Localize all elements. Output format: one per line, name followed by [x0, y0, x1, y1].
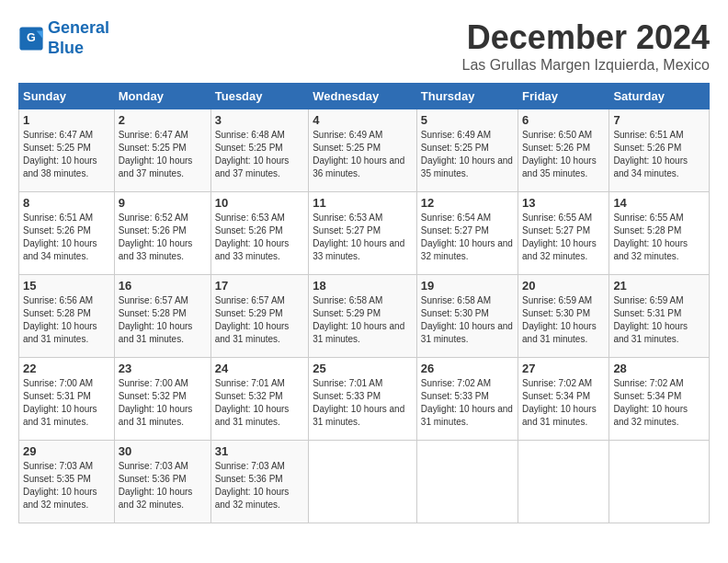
day-number: 26: [421, 362, 514, 375]
weekday-header-saturday: Saturday: [609, 84, 710, 109]
day-number: 9: [119, 196, 207, 210]
day-info: Sunrise: 7:03 AM Sunset: 5:36 PM Dayligh…: [119, 460, 207, 511]
calendar-cell-5-1: 29 Sunrise: 7:03 AM Sunset: 5:35 PM Dayl…: [19, 441, 115, 523]
day-info: Sunrise: 6:57 AM Sunset: 5:29 PM Dayligh…: [215, 294, 304, 346]
day-number: 4: [313, 113, 413, 127]
calendar-week-5: 29 Sunrise: 7:03 AM Sunset: 5:35 PM Dayl…: [19, 441, 710, 523]
calendar-cell-1-7: 7 Sunrise: 6:51 AM Sunset: 5:26 PM Dayli…: [609, 109, 710, 192]
svg-text:G: G: [27, 30, 36, 43]
calendar-cell-5-6: [518, 441, 609, 523]
day-number: 11: [313, 196, 413, 210]
day-info: Sunrise: 7:01 AM Sunset: 5:33 PM Dayligh…: [313, 377, 413, 429]
day-number: 15: [23, 279, 110, 293]
day-number: 16: [119, 279, 207, 293]
calendar-cell-2-2: 9 Sunrise: 6:52 AM Sunset: 5:26 PM Dayli…: [114, 192, 210, 275]
day-info: Sunrise: 6:47 AM Sunset: 5:25 PM Dayligh…: [119, 129, 207, 180]
day-number: 30: [119, 444, 207, 458]
day-info: Sunrise: 7:03 AM Sunset: 5:36 PM Dayligh…: [215, 460, 304, 511]
calendar-week-4: 22 Sunrise: 7:00 AM Sunset: 5:31 PM Dayl…: [19, 358, 710, 441]
calendar-cell-5-3: 31 Sunrise: 7:03 AM Sunset: 5:36 PM Dayl…: [210, 441, 308, 523]
day-info: Sunrise: 6:55 AM Sunset: 5:28 PM Dayligh…: [613, 212, 705, 263]
calendar-cell-2-7: 14 Sunrise: 6:55 AM Sunset: 5:28 PM Dayl…: [609, 192, 710, 275]
calendar-cell-3-4: 18 Sunrise: 6:58 AM Sunset: 5:29 PM Dayl…: [309, 275, 417, 358]
day-number: 13: [522, 196, 605, 210]
calendar-table: SundayMondayTuesdayWednesdayThursdayFrid…: [18, 83, 710, 523]
day-number: 10: [215, 196, 304, 210]
day-number: 8: [23, 196, 110, 210]
day-info: Sunrise: 7:01 AM Sunset: 5:32 PM Dayligh…: [215, 377, 304, 429]
day-number: 23: [119, 362, 207, 375]
calendar-cell-3-7: 21 Sunrise: 6:59 AM Sunset: 5:31 PM Dayl…: [609, 275, 710, 358]
calendar-cell-2-3: 10 Sunrise: 6:53 AM Sunset: 5:26 PM Dayl…: [210, 192, 308, 275]
location-subtitle: Las Grullas Margen Izquierda, Mexico: [462, 57, 710, 74]
day-number: 18: [313, 279, 413, 293]
day-info: Sunrise: 6:54 AM Sunset: 5:27 PM Dayligh…: [421, 212, 514, 263]
weekday-header-thursday: Thursday: [416, 84, 518, 109]
day-info: Sunrise: 6:58 AM Sunset: 5:29 PM Dayligh…: [313, 294, 413, 346]
day-number: 3: [215, 113, 304, 127]
weekday-header-sunday: Sunday: [19, 84, 115, 109]
day-info: Sunrise: 7:02 AM Sunset: 5:34 PM Dayligh…: [613, 377, 705, 429]
day-info: Sunrise: 6:49 AM Sunset: 5:25 PM Dayligh…: [313, 129, 413, 180]
day-number: 12: [421, 196, 514, 210]
day-number: 24: [215, 362, 304, 375]
day-info: Sunrise: 7:00 AM Sunset: 5:31 PM Dayligh…: [23, 377, 110, 429]
calendar-cell-1-1: 1 Sunrise: 6:47 AM Sunset: 5:25 PM Dayli…: [19, 109, 115, 192]
calendar-cell-2-4: 11 Sunrise: 6:53 AM Sunset: 5:27 PM Dayl…: [309, 192, 417, 275]
day-info: Sunrise: 6:55 AM Sunset: 5:27 PM Dayligh…: [522, 212, 605, 263]
day-number: 22: [23, 362, 110, 375]
day-info: Sunrise: 6:47 AM Sunset: 5:25 PM Dayligh…: [23, 129, 110, 180]
day-number: 29: [23, 444, 110, 458]
calendar-cell-5-7: [609, 441, 710, 523]
day-info: Sunrise: 6:50 AM Sunset: 5:26 PM Dayligh…: [522, 129, 605, 180]
day-number: 27: [522, 362, 605, 375]
calendar-cell-4-1: 22 Sunrise: 7:00 AM Sunset: 5:31 PM Dayl…: [19, 358, 115, 441]
calendar-cell-5-5: [416, 441, 518, 523]
day-info: Sunrise: 7:00 AM Sunset: 5:32 PM Dayligh…: [119, 377, 207, 429]
day-number: 1: [23, 113, 110, 127]
day-info: Sunrise: 6:51 AM Sunset: 5:26 PM Dayligh…: [613, 129, 705, 180]
calendar-cell-4-5: 26 Sunrise: 7:02 AM Sunset: 5:33 PM Dayl…: [416, 358, 518, 441]
calendar-cell-1-5: 5 Sunrise: 6:49 AM Sunset: 5:25 PM Dayli…: [416, 109, 518, 192]
logo-general: General: [48, 18, 109, 37]
calendar-cell-4-2: 23 Sunrise: 7:00 AM Sunset: 5:32 PM Dayl…: [114, 358, 210, 441]
header: G General Blue December 2024 Las Grullas…: [18, 18, 710, 74]
calendar-cell-4-4: 25 Sunrise: 7:01 AM Sunset: 5:33 PM Dayl…: [309, 358, 417, 441]
day-number: 21: [613, 279, 705, 293]
day-number: 20: [522, 279, 605, 293]
day-info: Sunrise: 6:59 AM Sunset: 5:31 PM Dayligh…: [613, 294, 705, 346]
calendar-cell-5-2: 30 Sunrise: 7:03 AM Sunset: 5:36 PM Dayl…: [114, 441, 210, 523]
day-info: Sunrise: 7:02 AM Sunset: 5:33 PM Dayligh…: [421, 377, 514, 429]
calendar-cell-3-2: 16 Sunrise: 6:57 AM Sunset: 5:28 PM Dayl…: [114, 275, 210, 358]
day-info: Sunrise: 7:03 AM Sunset: 5:35 PM Dayligh…: [23, 460, 110, 511]
calendar-cell-5-4: [309, 441, 417, 523]
weekday-header-row: SundayMondayTuesdayWednesdayThursdayFrid…: [19, 84, 710, 109]
day-info: Sunrise: 6:52 AM Sunset: 5:26 PM Dayligh…: [119, 212, 207, 263]
calendar-cell-1-3: 3 Sunrise: 6:48 AM Sunset: 5:25 PM Dayli…: [210, 109, 308, 192]
day-info: Sunrise: 6:53 AM Sunset: 5:26 PM Dayligh…: [215, 212, 304, 263]
day-info: Sunrise: 6:59 AM Sunset: 5:30 PM Dayligh…: [522, 294, 605, 346]
weekday-header-wednesday: Wednesday: [309, 84, 417, 109]
day-number: 5: [421, 113, 514, 127]
calendar-cell-4-3: 24 Sunrise: 7:01 AM Sunset: 5:32 PM Dayl…: [210, 358, 308, 441]
calendar-week-3: 15 Sunrise: 6:56 AM Sunset: 5:28 PM Dayl…: [19, 275, 710, 358]
calendar-cell-1-2: 2 Sunrise: 6:47 AM Sunset: 5:25 PM Dayli…: [114, 109, 210, 192]
day-number: 14: [613, 196, 705, 210]
calendar-cell-4-6: 27 Sunrise: 7:02 AM Sunset: 5:34 PM Dayl…: [518, 358, 609, 441]
logo-blue: Blue: [48, 39, 84, 57]
calendar-cell-3-5: 19 Sunrise: 6:58 AM Sunset: 5:30 PM Dayl…: [416, 275, 518, 358]
calendar-cell-3-6: 20 Sunrise: 6:59 AM Sunset: 5:30 PM Dayl…: [518, 275, 609, 358]
title-area: December 2024 Las Grullas Margen Izquier…: [462, 18, 710, 74]
calendar-cell-2-6: 13 Sunrise: 6:55 AM Sunset: 5:27 PM Dayl…: [518, 192, 609, 275]
calendar-cell-1-4: 4 Sunrise: 6:49 AM Sunset: 5:25 PM Dayli…: [309, 109, 417, 192]
day-info: Sunrise: 6:51 AM Sunset: 5:26 PM Dayligh…: [23, 212, 110, 263]
weekday-header-monday: Monday: [114, 84, 210, 109]
day-info: Sunrise: 6:53 AM Sunset: 5:27 PM Dayligh…: [313, 212, 413, 263]
weekday-header-tuesday: Tuesday: [210, 84, 308, 109]
day-info: Sunrise: 6:48 AM Sunset: 5:25 PM Dayligh…: [215, 129, 304, 180]
day-number: 7: [613, 113, 705, 127]
calendar-cell-4-7: 28 Sunrise: 7:02 AM Sunset: 5:34 PM Dayl…: [609, 358, 710, 441]
day-number: 19: [421, 279, 514, 293]
calendar-cell-3-3: 17 Sunrise: 6:57 AM Sunset: 5:29 PM Dayl…: [210, 275, 308, 358]
day-info: Sunrise: 6:58 AM Sunset: 5:30 PM Dayligh…: [421, 294, 514, 346]
